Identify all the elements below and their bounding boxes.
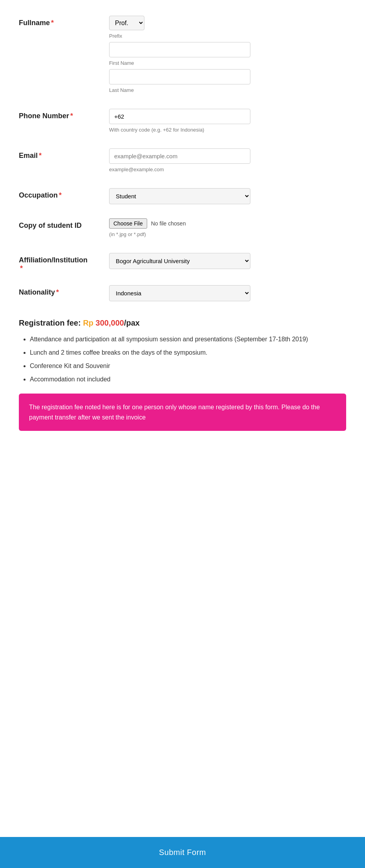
phone-input[interactable]: [109, 109, 250, 124]
nationality-label: Nationality*: [19, 285, 109, 297]
fullname-fields: Prof. Dr. Mr. Mrs. Ms. Prefix First Name…: [109, 16, 346, 96]
registration-fee-heading: Registration fee: Rp 300,000/pax: [19, 319, 346, 328]
no-file-text: No file chosen: [151, 220, 186, 227]
benefit-item-2: Lunch and 2 times coffee breaks on the d…: [30, 348, 346, 357]
fullname-label: Fullname*: [19, 16, 109, 27]
firstname-hint: First Name: [109, 60, 346, 66]
occupation-label: Occupation*: [19, 188, 109, 200]
submit-button[interactable]: Submit Form: [159, 848, 206, 857]
phone-label: Phone Number*: [19, 109, 109, 120]
student-id-hint: (in *.jpg or *.pdf): [109, 231, 346, 237]
benefit-item-3: Conference Kit and Souvenir: [30, 361, 346, 371]
student-id-fields: Choose File No file chosen (in *.jpg or …: [109, 218, 346, 240]
choose-file-button[interactable]: Choose File: [109, 218, 147, 229]
email-label: Email*: [19, 148, 109, 160]
student-id-label: Copy of student ID: [19, 218, 109, 230]
benefit-item-1: Attendance and participation at all symp…: [30, 335, 346, 344]
lastname-hint: Last Name: [109, 87, 346, 93]
prefix-select[interactable]: Prof. Dr. Mr. Mrs. Ms.: [109, 16, 144, 30]
email-fields: example@example.com: [109, 148, 346, 176]
affiliation-select[interactable]: Bogor Agricultural University University…: [109, 253, 250, 269]
phone-fields: With country code (e.g. +62 for Indonesi…: [109, 109, 346, 136]
benefit-item-4: Accommodation not included: [30, 375, 346, 384]
occupation-select[interactable]: Student Lecturer Researcher Professional…: [109, 188, 250, 204]
submit-footer: Submit Form: [0, 837, 365, 868]
nationality-fields: Indonesia Malaysia Singapore Thailand Ot…: [109, 285, 346, 303]
email-input[interactable]: [109, 148, 250, 164]
notice-box: The registration fee noted here is for o…: [19, 394, 346, 431]
affiliation-fields: Bogor Agricultural University University…: [109, 253, 346, 271]
notice-text: The registration fee noted here is for o…: [29, 402, 336, 422]
benefits-list: Attendance and participation at all symp…: [19, 335, 346, 384]
affiliation-label: Affiliation/Institution*: [19, 253, 109, 273]
registration-section: Registration fee: Rp 300,000/pax Attenda…: [19, 319, 346, 431]
phone-hint: With country code (e.g. +62 for Indonesi…: [109, 127, 346, 133]
firstname-input[interactable]: [109, 42, 250, 57]
nationality-select[interactable]: Indonesia Malaysia Singapore Thailand Ot…: [109, 285, 250, 301]
email-hint: example@example.com: [109, 167, 346, 172]
occupation-fields: Student Lecturer Researcher Professional…: [109, 188, 346, 206]
prefix-hint: Prefix: [109, 33, 346, 39]
lastname-input[interactable]: [109, 69, 250, 84]
